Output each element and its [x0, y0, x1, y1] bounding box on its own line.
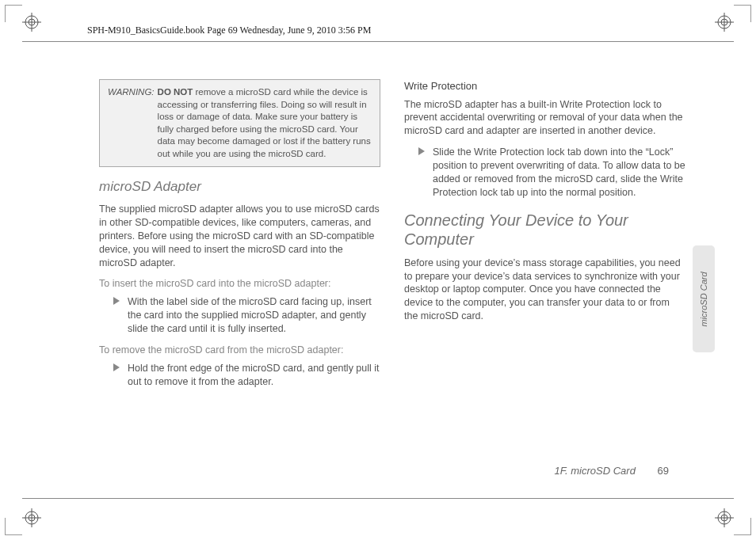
warning-box: WARNING: DO NOT remove a microSD card wh… [99, 79, 380, 167]
heading-write-protection: Write Protection [404, 79, 685, 93]
triangle-bullet-icon [418, 147, 425, 155]
side-tab-label: microSD Card [699, 272, 708, 326]
bullet-remove: Hold the front edge of the microSD card,… [113, 362, 380, 389]
paragraph-write-protection: The microSD adapter has a built-in Write… [404, 98, 685, 139]
registration-mark-icon [715, 508, 734, 527]
side-tab: microSD Card [693, 245, 715, 352]
right-column: Write Protection The microSD adapter has… [404, 79, 685, 475]
crop-mark-tl [5, 5, 22, 22]
footer-page-number: 69 [658, 465, 669, 477]
bullet-write-protection: Slide the Write Protection lock tab down… [418, 146, 685, 200]
bullet-insert-text: With the label side of the microSD card … [128, 295, 380, 336]
subhead-insert: To insert the microSD card into the micr… [99, 277, 380, 291]
registration-mark-icon [22, 13, 41, 32]
triangle-bullet-icon [113, 297, 120, 305]
crop-mark-br [734, 518, 751, 535]
warning-bold: DO NOT [158, 87, 193, 97]
frame-line-top [22, 41, 734, 42]
bullet-write-text: Slide the Write Protection lock tab down… [433, 146, 685, 200]
paragraph-connecting: Before using your device’s mass storage … [404, 257, 685, 323]
warning-label: WARNING: [108, 86, 155, 160]
registration-mark-icon [22, 508, 41, 527]
bullet-insert: With the label side of the microSD card … [113, 295, 380, 336]
page-footer: 1F. microSD Card 69 [555, 465, 669, 477]
triangle-bullet-icon [113, 363, 120, 371]
warning-text: DO NOT remove a microSD card while the d… [158, 86, 372, 160]
document-header-meta: SPH-M910_BasicsGuide.book Page 69 Wednes… [87, 25, 371, 36]
footer-section: 1F. microSD Card [555, 465, 636, 477]
heading-microsd-adapter: microSD Adapter [99, 178, 380, 196]
page-body: WARNING: DO NOT remove a microSD card wh… [99, 79, 685, 475]
paragraph-adapter: The supplied microSD adapter allows you … [99, 203, 380, 269]
bullet-remove-text: Hold the front edge of the microSD card,… [128, 362, 380, 389]
subhead-remove: To remove the microSD card from the micr… [99, 344, 380, 357]
frame-line-bottom [22, 498, 734, 499]
registration-mark-icon [715, 13, 734, 32]
crop-mark-bl [5, 518, 22, 535]
crop-mark-tr [734, 5, 751, 22]
warning-rest: remove a microSD card while the device i… [158, 87, 371, 158]
heading-connecting: Connecting Your Device to Your Computer [404, 211, 685, 249]
left-column: WARNING: DO NOT remove a microSD card wh… [99, 79, 380, 475]
